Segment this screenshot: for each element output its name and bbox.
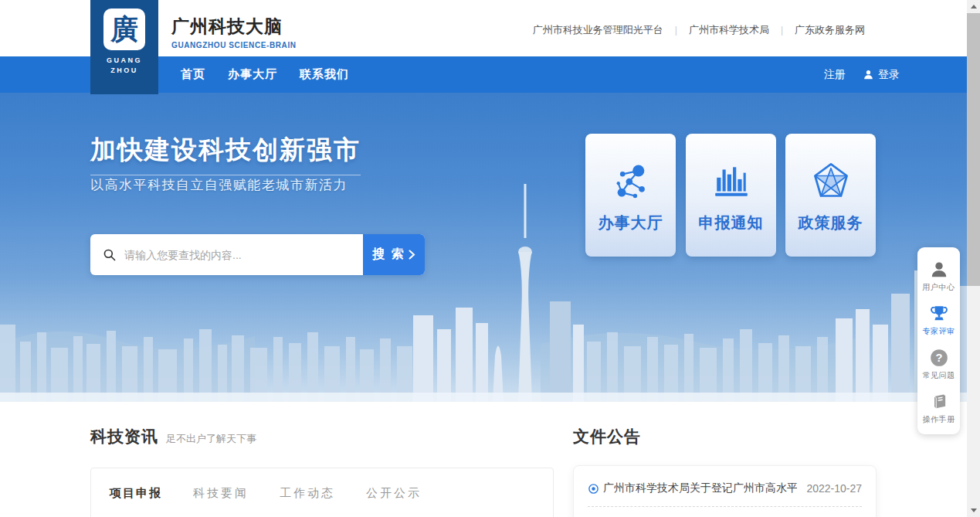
sidebar-item-label: 用户中心 — [923, 282, 955, 293]
register-link[interactable]: 注册 — [824, 68, 846, 82]
sidebar-item-faq[interactable]: ? 常见问题 — [917, 342, 960, 386]
login-label: 登录 — [878, 68, 900, 82]
svg-text:?: ? — [935, 352, 942, 364]
trophy-icon — [929, 304, 949, 324]
scrollbar-up-arrow[interactable] — [967, 0, 980, 13]
chevron-right-icon — [409, 250, 415, 260]
notice-item-title: 广州市科学技术局关于登记广州市高水平企... — [603, 481, 797, 495]
page: 广州科技大脑 GUANGZHOU SCIENCE-BRAIN 广州市科技业务管理… — [0, 0, 967, 517]
link-gov-service[interactable]: 广东政务服务网 — [795, 23, 865, 37]
user-icon — [929, 260, 949, 280]
hero-subheadline: 以高水平科技自立自强赋能老城市新活力 — [90, 176, 348, 194]
hero-headline: 加快建设科技创新强市 — [90, 133, 361, 175]
tab-work-updates[interactable]: 工作动态 — [280, 486, 335, 501]
link-sunshine-platform[interactable]: 广州市科技业务管理阳光平台 — [533, 23, 663, 37]
tab-science-news[interactable]: 科技要闻 — [193, 486, 249, 501]
nav-item-contact[interactable]: 联系我们 — [300, 67, 349, 82]
canton-tower-shape — [518, 184, 532, 402]
vertical-scrollbar[interactable] — [967, 0, 980, 517]
link-divider: | — [781, 25, 783, 36]
search-button[interactable]: 搜 索 — [363, 234, 425, 275]
logo-word-guang: GUANG — [90, 56, 158, 66]
sidebar-item-label: 常见问题 — [923, 370, 955, 381]
floating-sidebar: 用户中心 专家评审 ? 常见问题 操作手册 — [917, 247, 960, 434]
search-icon — [103, 248, 117, 262]
brand-block: 广州科技大脑 GUANGZHOU SCIENCE-BRAIN — [171, 15, 297, 49]
pentagon-badge-icon — [811, 160, 851, 202]
logo-word-zhou: ZHOU — [90, 66, 158, 76]
bar-chart-icon — [712, 160, 751, 202]
sidebar-item-label: 操作手册 — [923, 414, 955, 425]
tab-project-declaration[interactable]: 项目申报 — [110, 486, 162, 501]
dotted-divider — [588, 506, 862, 507]
notice-item-date: 2022-10-27 — [806, 482, 862, 495]
portal-links: 广州市科技业务管理阳光平台 | 广州市科学技术局 | 广东政务服务网 — [533, 23, 865, 37]
news-card: 项目申报 科技要闻 工作动态 公开公示 — [90, 468, 554, 517]
news-section-title: 科技资讯 — [90, 426, 158, 447]
quick-card-label: 办事大厅 — [599, 213, 663, 233]
tab-public-announcements[interactable]: 公开公示 — [366, 486, 422, 501]
news-section-header: 科技资讯 足不出户了解天下事 — [90, 426, 256, 447]
login-link[interactable]: 登录 — [863, 68, 900, 82]
sidebar-item-user-center[interactable]: 用户中心 — [917, 254, 960, 298]
search-input[interactable] — [117, 249, 363, 261]
scrollbar-down-arrow[interactable] — [967, 504, 980, 517]
brand-title: 广州科技大脑 — [171, 15, 297, 39]
book-icon — [929, 392, 949, 412]
quick-card-label: 政策服务 — [799, 213, 863, 233]
notice-card: 广州市科学技术局关于登记广州市高水平企... 2022-10-27 — [573, 465, 877, 517]
brand-subtitle: GUANGZHOU SCIENCE-BRAIN — [171, 41, 297, 49]
link-divider: | — [675, 25, 677, 36]
notice-list-item[interactable]: 广州市科学技术局关于登记广州市高水平企... 2022-10-27 — [574, 466, 876, 495]
notice-section-header: 文件公告 — [573, 426, 641, 447]
link-science-bureau[interactable]: 广州市科学技术局 — [689, 23, 769, 37]
search-bar: 搜 索 — [90, 234, 425, 275]
login-user-icon — [863, 69, 874, 80]
logo-stamp-icon: 廣 — [103, 9, 145, 50]
news-tabs: 项目申报 科技要闻 工作动态 公开公示 — [91, 468, 553, 501]
quick-card-policy-service[interactable]: 政策服务 — [785, 134, 876, 257]
circled-dot-icon — [588, 483, 599, 495]
quick-card-service-hall[interactable]: 办事大厅 — [585, 134, 676, 257]
logo-character: 廣 — [110, 11, 138, 49]
scrollbar-thumb[interactable] — [967, 13, 980, 286]
question-icon: ? — [929, 348, 949, 368]
molecule-network-icon — [611, 160, 651, 202]
hero-banner: 加快建设科技创新强市 以高水平科技自立自强赋能老城市新活力 搜 索 — [0, 93, 967, 402]
sidebar-item-expert-review[interactable]: 专家评审 — [917, 298, 960, 342]
search-button-label: 搜 索 — [372, 247, 405, 263]
quick-card-label: 申报通知 — [699, 213, 764, 233]
quick-card-declaration-notice[interactable]: 申报通知 — [686, 134, 776, 257]
nav-item-home[interactable]: 首页 — [181, 67, 205, 82]
sidebar-item-manual[interactable]: 操作手册 — [917, 386, 960, 430]
notice-section-title: 文件公告 — [573, 426, 641, 447]
site-logo[interactable]: 廣 GUANG ZHOU — [90, 0, 158, 94]
news-section-subtitle: 足不出户了解天下事 — [166, 432, 256, 446]
nav-item-service-hall[interactable]: 办事大厅 — [228, 67, 277, 82]
sidebar-item-label: 专家评审 — [923, 326, 955, 337]
